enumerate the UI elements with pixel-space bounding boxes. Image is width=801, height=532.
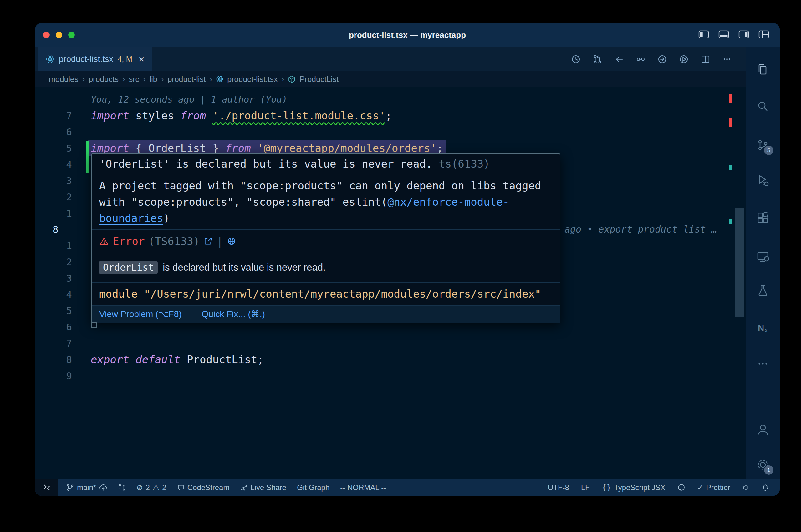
line-number[interactable]: 3 xyxy=(50,173,72,189)
encoding-item[interactable]: UTF-8 xyxy=(548,483,569,492)
split-editor-icon[interactable] xyxy=(700,54,711,64)
toggle-secondary-sidebar-icon[interactable] xyxy=(739,30,749,39)
code-row[interactable]: 9 xyxy=(35,367,746,384)
source-control-icon[interactable]: 5 xyxy=(755,137,770,153)
line-number[interactable]: 2 xyxy=(50,189,72,205)
customize-layout-icon[interactable] xyxy=(759,30,769,39)
breadcrumb-item[interactable]: lib xyxy=(149,75,158,84)
open-external-icon[interactable] xyxy=(203,236,213,246)
git-graph-item[interactable]: Git Graph xyxy=(297,483,329,492)
run-dependent-tasks-icon[interactable] xyxy=(636,54,646,64)
live-share-label: Live Share xyxy=(250,483,286,492)
nx-console-icon[interactable]: Nx xyxy=(755,320,770,336)
codestream-item[interactable]: CodeStream xyxy=(177,483,230,492)
github-item[interactable] xyxy=(677,483,685,491)
run-file-icon[interactable] xyxy=(679,54,689,64)
language-mode-item[interactable]: {} TypeScript JSX xyxy=(602,483,666,492)
line-number[interactable]: 4 xyxy=(50,286,72,303)
error-code: (TS6133) xyxy=(148,235,200,248)
diagnostic-message-eslint: A project tagged with "scope:products" c… xyxy=(92,174,560,229)
git-compare-item[interactable] xyxy=(118,483,126,491)
line-number[interactable]: 3 xyxy=(50,270,72,286)
toggle-panel-icon[interactable] xyxy=(718,30,729,39)
activity-bar: 5 Nx 1 xyxy=(746,47,780,479)
tooltip-resize-gripper[interactable] xyxy=(91,322,97,327)
code-row[interactable]: 7import styles from './product-list.modu… xyxy=(35,108,746,124)
search-icon[interactable] xyxy=(755,99,770,114)
globe-icon[interactable] xyxy=(227,236,236,246)
warnings-count: 2 xyxy=(162,483,166,492)
current-line-number[interactable]: 8 xyxy=(53,221,75,238)
error-status-row: Error(TS6133) | xyxy=(92,229,560,252)
quick-fix-button[interactable]: Quick Fix... (⌘.) xyxy=(202,308,265,320)
problems-item[interactable]: ⊘ 2 ⚠ 2 xyxy=(136,483,166,492)
navigate-back-icon[interactable] xyxy=(614,54,624,64)
toggle-primary-sidebar-icon[interactable] xyxy=(698,30,709,39)
tab-decoration: 4, M xyxy=(117,55,132,63)
run-next-icon[interactable] xyxy=(657,54,668,64)
remote-explorer-icon[interactable] xyxy=(755,249,770,264)
code-row[interactable]: 8export default ProductList; xyxy=(35,352,746,367)
vscode-window: product-list.tsx — myreactapp product-li… xyxy=(35,23,780,496)
eol-item[interactable]: LF xyxy=(581,483,590,492)
breadcrumb-item[interactable]: products xyxy=(89,75,119,84)
line-number[interactable]: 4 xyxy=(50,156,72,173)
code-row[interactable]: 6 xyxy=(35,124,746,140)
breadcrumb-item[interactable]: modules xyxy=(49,75,78,84)
additional-views-icon[interactable] xyxy=(755,356,770,371)
settings-gear-icon[interactable]: 1 xyxy=(755,457,770,472)
view-problem-button[interactable]: View Problem (⌥F8) xyxy=(99,308,182,320)
code-row[interactable]: You, 12 seconds ago | 1 author (You) xyxy=(35,91,746,108)
line-number[interactable]: 6 xyxy=(50,124,72,140)
codestream-icon xyxy=(177,484,185,491)
window-title: product-list.tsx — myreactapp xyxy=(35,23,780,47)
line-number[interactable]: 6 xyxy=(50,319,72,335)
explorer-icon[interactable] xyxy=(755,62,770,77)
chevron-right-icon: › xyxy=(161,74,164,84)
code-row[interactable]: 7 xyxy=(35,335,746,352)
breadcrumb-item-symbol[interactable]: ProductList xyxy=(299,75,339,84)
run-debug-icon[interactable] xyxy=(755,173,770,188)
code-line: import styles from './product-list.modul… xyxy=(91,108,392,124)
line-number[interactable]: 7 xyxy=(50,108,72,124)
line-number[interactable]: 5 xyxy=(50,303,72,319)
notifications-item[interactable] xyxy=(762,484,769,491)
code-editor[interactable]: You, 12 seconds ago | 1 author (You)7imp… xyxy=(35,87,746,479)
codestream-label: CodeStream xyxy=(187,483,230,492)
errors-icon: ⊘ xyxy=(136,483,143,492)
account-icon[interactable] xyxy=(755,422,770,437)
remote-indicator[interactable] xyxy=(35,479,58,496)
more-actions-icon[interactable] xyxy=(722,54,732,64)
error-detail-text: is declared but its value is never read. xyxy=(160,262,326,273)
errors-count: 2 xyxy=(145,483,149,492)
breadcrumb: modules › products › src › lib › product… xyxy=(35,71,746,87)
source-control-badge: 5 xyxy=(764,146,773,155)
git-branch-item[interactable]: main* xyxy=(66,483,107,492)
tab-close-icon[interactable]: × xyxy=(139,54,145,64)
feedback-item[interactable] xyxy=(742,484,750,491)
line-number[interactable]: 2 xyxy=(50,254,72,270)
live-share-item[interactable]: Live Share xyxy=(240,483,286,492)
tab-product-list[interactable]: product-list.tsx 4, M × xyxy=(38,47,152,71)
local-history-icon[interactable] xyxy=(571,54,581,64)
chevron-right-icon: › xyxy=(122,74,125,84)
line-number[interactable]: 1 xyxy=(50,205,72,221)
prettier-item[interactable]: ✓ Prettier xyxy=(697,483,730,492)
vim-mode-item[interactable]: -- NORMAL -- xyxy=(340,483,386,492)
line-number[interactable]: 1 xyxy=(50,238,72,254)
settings-badge: 1 xyxy=(764,466,773,475)
breadcrumb-item-file[interactable]: product-list.tsx xyxy=(227,75,277,84)
line-number[interactable]: 9 xyxy=(50,367,72,384)
chevron-right-icon: › xyxy=(281,74,285,84)
testing-icon[interactable] xyxy=(755,283,770,298)
breadcrumb-item[interactable]: product-list xyxy=(167,75,205,84)
line-number[interactable]: 7 xyxy=(50,335,72,352)
language-label: TypeScript JSX xyxy=(614,483,665,492)
line-number[interactable]: 5 xyxy=(50,140,72,156)
editor-scrollbar[interactable] xyxy=(735,208,744,317)
divider: | xyxy=(217,235,223,248)
breadcrumb-item[interactable]: src xyxy=(129,75,139,84)
line-number[interactable]: 8 xyxy=(50,352,72,367)
extensions-icon[interactable] xyxy=(755,210,770,225)
compare-changes-icon[interactable] xyxy=(592,54,603,64)
